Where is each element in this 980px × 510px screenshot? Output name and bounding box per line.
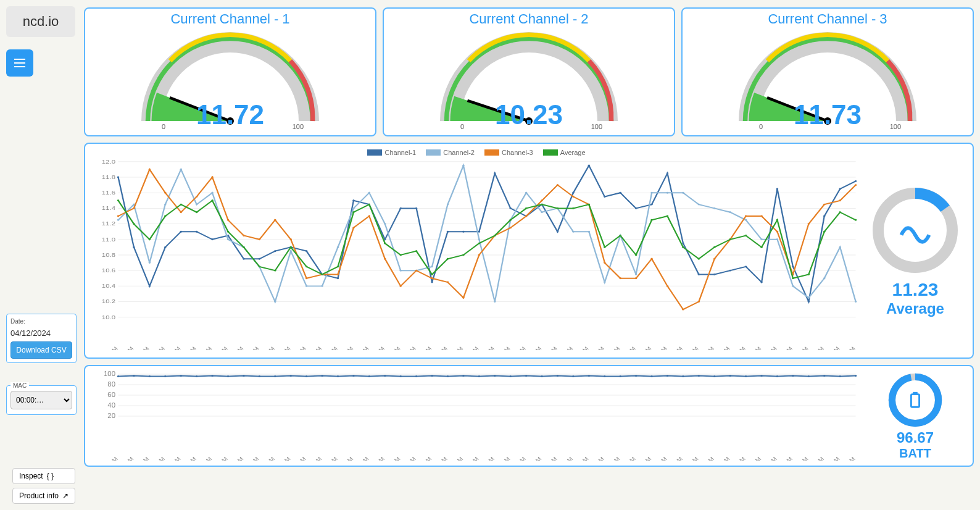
svg-point-59 bbox=[557, 231, 559, 233]
gauge-card-1: Current Channel - 1 0 100 11.72 bbox=[84, 7, 376, 136]
date-input[interactable] bbox=[10, 328, 72, 338]
svg-point-309 bbox=[525, 375, 527, 377]
battery-chart: 2040608010010:02:46 AM10:02:48 AM10:02:5… bbox=[90, 371, 863, 461]
svg-point-180 bbox=[196, 211, 197, 213]
svg-point-212 bbox=[698, 258, 700, 260]
svg-point-75 bbox=[808, 301, 810, 303]
svg-point-109 bbox=[588, 231, 590, 233]
gauge-card-2: Current Channel - 2 0 100 10.23 bbox=[383, 7, 675, 136]
svg-point-214 bbox=[729, 238, 731, 240]
svg-point-195 bbox=[431, 274, 433, 275]
svg-point-219 bbox=[808, 274, 810, 275]
product-info-button[interactable]: Product info ↗ bbox=[12, 488, 75, 504]
svg-point-121 bbox=[776, 238, 778, 240]
svg-point-150 bbox=[478, 254, 480, 256]
svg-text:11.4: 11.4 bbox=[102, 204, 115, 211]
svg-text:11.6: 11.6 bbox=[102, 189, 115, 196]
svg-point-177 bbox=[149, 238, 151, 240]
svg-point-128 bbox=[133, 207, 135, 209]
svg-rect-381 bbox=[911, 395, 919, 408]
main-chart-card: Channel-1Channel-2Channel-3Average 10.01… bbox=[84, 143, 974, 359]
svg-point-155 bbox=[557, 184, 559, 186]
svg-point-221 bbox=[839, 211, 841, 213]
menu-button[interactable] bbox=[6, 49, 33, 77]
svg-point-216 bbox=[760, 246, 762, 248]
svg-point-103 bbox=[494, 301, 496, 303]
svg-point-168 bbox=[760, 215, 762, 217]
svg-point-208 bbox=[635, 254, 637, 256]
svg-point-86 bbox=[227, 238, 229, 240]
svg-point-100 bbox=[447, 204, 449, 206]
svg-point-310 bbox=[541, 375, 542, 377]
date-panel: Date: Download CSV bbox=[6, 314, 77, 363]
average-widget: 11.23 Average bbox=[863, 149, 968, 353]
svg-point-116 bbox=[698, 204, 700, 206]
svg-point-297 bbox=[337, 375, 339, 377]
battery-label: BATT bbox=[899, 446, 931, 461]
svg-point-52 bbox=[447, 231, 449, 233]
svg-point-138 bbox=[290, 238, 292, 240]
average-label: Average bbox=[886, 300, 944, 317]
svg-point-85 bbox=[211, 192, 213, 194]
svg-point-176 bbox=[133, 223, 135, 225]
svg-point-174 bbox=[855, 184, 857, 186]
svg-point-164 bbox=[698, 301, 700, 303]
legend-item[interactable]: Channel-3 bbox=[484, 149, 533, 156]
inspect-button[interactable]: Inspect { } bbox=[12, 468, 75, 484]
svg-point-193 bbox=[400, 254, 402, 256]
battery-card: 2040608010010:02:46 AM10:02:48 AM10:02:5… bbox=[84, 365, 974, 467]
svg-point-380 bbox=[892, 377, 938, 423]
svg-point-175 bbox=[117, 199, 119, 201]
svg-point-134 bbox=[227, 219, 229, 221]
battery-value: 96.67 bbox=[897, 429, 934, 446]
svg-point-89 bbox=[274, 301, 276, 303]
svg-text:10.4: 10.4 bbox=[102, 282, 115, 289]
svg-point-209 bbox=[650, 219, 652, 221]
svg-text:40: 40 bbox=[107, 402, 115, 409]
svg-point-172 bbox=[823, 204, 825, 206]
svg-point-110 bbox=[604, 282, 605, 283]
svg-rect-0 bbox=[14, 59, 25, 60]
svg-point-71 bbox=[745, 265, 747, 267]
svg-point-301 bbox=[400, 375, 402, 377]
legend-item[interactable]: Channel-1 bbox=[367, 149, 416, 156]
svg-point-302 bbox=[415, 375, 417, 377]
svg-point-295 bbox=[305, 375, 307, 377]
svg-point-43 bbox=[305, 250, 307, 252]
gauge-value: 11.73 bbox=[683, 99, 973, 130]
svg-point-199 bbox=[494, 235, 496, 236]
svg-text:11.0: 11.0 bbox=[102, 236, 115, 243]
external-link-icon: ↗ bbox=[62, 491, 69, 500]
svg-point-92 bbox=[321, 285, 323, 287]
svg-point-207 bbox=[619, 235, 621, 236]
svg-point-311 bbox=[557, 375, 559, 377]
svg-text:10.0: 10.0 bbox=[102, 313, 115, 320]
svg-point-165 bbox=[713, 258, 715, 260]
svg-point-90 bbox=[290, 250, 292, 252]
svg-point-321 bbox=[713, 375, 715, 377]
svg-point-149 bbox=[462, 297, 464, 299]
svg-text:10.6: 10.6 bbox=[102, 267, 115, 274]
svg-point-296 bbox=[321, 375, 323, 377]
svg-point-32 bbox=[133, 246, 135, 248]
svg-rect-382 bbox=[913, 392, 918, 395]
download-csv-button[interactable]: Download CSV bbox=[10, 341, 72, 359]
svg-point-78 bbox=[855, 180, 857, 182]
svg-point-330 bbox=[855, 375, 857, 377]
svg-point-200 bbox=[510, 219, 512, 221]
svg-point-304 bbox=[447, 375, 449, 377]
legend-item[interactable]: Channel-2 bbox=[426, 149, 475, 156]
svg-point-312 bbox=[572, 375, 574, 377]
svg-point-114 bbox=[666, 192, 668, 194]
svg-point-113 bbox=[650, 192, 652, 194]
svg-point-96 bbox=[384, 223, 386, 225]
svg-point-288 bbox=[196, 375, 197, 377]
svg-point-317 bbox=[650, 375, 652, 377]
svg-point-120 bbox=[760, 238, 762, 240]
mac-select[interactable]: 00:00:… bbox=[10, 391, 72, 409]
svg-point-112 bbox=[635, 274, 637, 275]
legend-item[interactable]: Average bbox=[543, 149, 586, 156]
svg-point-316 bbox=[635, 375, 637, 377]
svg-point-142 bbox=[352, 227, 354, 228]
svg-point-308 bbox=[510, 375, 512, 377]
